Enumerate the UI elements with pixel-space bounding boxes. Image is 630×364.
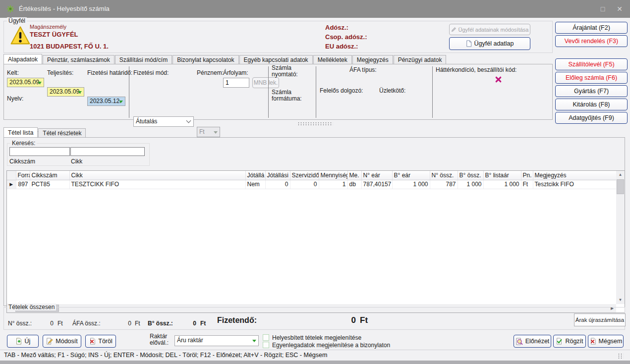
modosit-button[interactable]: Módosít [43, 335, 81, 348]
cell-netto-egysegar[interactable]: 787,40157 [361, 180, 392, 189]
cell-jotallas[interactable]: Nem [245, 180, 265, 189]
tab-penzugyi-adatok[interactable]: Pénzügyi adatok [394, 55, 447, 64]
fizetesi-hatarido-datepicker[interactable]: 2023.05.12. [87, 97, 125, 106]
clear-x-icon[interactable] [495, 76, 502, 83]
customer-datasheet-button[interactable]: Ügyfél adatlap [449, 37, 530, 50]
col-forras[interactable]: Forrás [16, 171, 30, 180]
cell-forras[interactable]: 897 [16, 180, 30, 189]
col-jotallasi-ido[interactable]: Jótállási idő ( [265, 171, 290, 180]
brutto-unit: Ft [200, 320, 206, 327]
scroll-up-icon[interactable]: ▲ [616, 171, 625, 179]
elonezet-button[interactable]: Előnézet [514, 335, 551, 348]
teljesites-datepicker[interactable]: 2023.05.09. [47, 87, 84, 97]
search-col1-label: Cikkszám [9, 158, 35, 165]
arak-ujraszamitasa-button[interactable]: Árak újraszámítása [574, 313, 626, 326]
raktar-select[interactable]: Áru raktár [174, 335, 259, 346]
kitarolas-button[interactable]: Kitárolás (F8) [555, 99, 628, 110]
cell-brutto-listaar[interactable]: 1 000 [483, 180, 521, 189]
col-brutto-listaar[interactable]: B° listaár [483, 171, 521, 180]
items-grid: Forrás Cikkszám Cikk Jótállá Jótállási i… [6, 170, 625, 313]
col-szervizido[interactable]: Szervizidő (h [290, 171, 319, 180]
window-title: Értékesítés - Helyesbítő számla [19, 0, 110, 18]
cell-szervizido[interactable]: 0 [290, 180, 319, 189]
resize-grip[interactable] [618, 353, 624, 359]
document-icon [466, 40, 472, 47]
afa-osszesen-value: 0 [109, 320, 131, 327]
form-divider [129, 66, 129, 118]
helyesbitett-checkbox[interactable] [263, 334, 269, 341]
search-cikkszam-input[interactable] [9, 147, 70, 156]
col-cikkszam[interactable]: Cikkszám [30, 171, 69, 180]
egyenlegadatok-checkbox-label[interactable]: Egyenlegadatok megjelenítése a bizonylat… [272, 342, 390, 349]
cell-brutto-egysegar[interactable]: 1 000 [392, 180, 430, 189]
dropdown-arrow-icon[interactable] [38, 82, 42, 84]
cell-me[interactable]: db [347, 180, 361, 189]
tab-mellekletek[interactable]: Mellékletek [313, 55, 352, 64]
fizetendo-unit: Ft [360, 315, 368, 325]
fizetendo-value: 0 [316, 315, 356, 325]
mnb-lekerdezes-button[interactable]: MNB lek. [252, 77, 279, 88]
col-me[interactable]: Me. [347, 171, 361, 180]
col-brutto-osszesen[interactable]: B° össz. [458, 171, 483, 180]
vertical-scroll-thumb[interactable] [617, 179, 624, 194]
chevron-down-icon[interactable] [186, 118, 191, 123]
row-selector-icon[interactable]: ▶ [7, 180, 16, 189]
items-table: Forrás Cikkszám Cikk Jótállá Jótállási i… [7, 171, 617, 189]
cell-brutto-osszesen[interactable]: 1 000 [458, 180, 483, 189]
col-brutto-egysegar[interactable]: B° eár [392, 171, 430, 180]
megsem-button[interactable]: Mégsem [588, 335, 624, 348]
afa-osszesen-label: ÁFA össz.: [72, 320, 101, 327]
kelt-datepicker[interactable]: 2023.05.09. [7, 78, 44, 87]
tab-bizonylat-kapcsolatok[interactable]: Bizonylat kapcsolatok [172, 55, 238, 64]
close-button[interactable]: ✕ [612, 3, 627, 14]
gyartas-button[interactable]: Gyártás (F7) [555, 85, 628, 97]
tab-tetel-lista[interactable]: Tétel lista [3, 127, 38, 137]
tab-tetel-reszletek[interactable]: Tétel részletek [38, 128, 86, 137]
col-jotallas[interactable]: Jótállá [245, 171, 265, 180]
dropdown-arrow-icon[interactable] [252, 340, 256, 342]
nyelv-label: Nyelv: [7, 95, 23, 102]
tab-egyeb-kapcsolati-adatok[interactable]: Egyéb kapcsolati adatok [239, 55, 313, 64]
cell-jotallasi-ido[interactable]: 0 [265, 180, 290, 189]
cancel-x-icon [589, 338, 596, 345]
tab-penztar-szamlaszamok[interactable]: Pénztár, számlaszámok [43, 55, 115, 64]
torol-button[interactable]: Töröl [85, 335, 116, 348]
splitter-handle[interactable] [297, 122, 333, 125]
tab-alapadatok[interactable]: Alapadatok [3, 54, 42, 64]
col-mennyiseg[interactable]: Mennyiség [319, 171, 347, 180]
cell-mennyiseg[interactable]: 1 [319, 180, 347, 189]
helyesbitett-checkbox-label[interactable]: Helyesbített tételek megjelenítése [272, 334, 361, 341]
cell-megjegyzes[interactable]: Tesztcikk FIFO [533, 180, 616, 189]
dropdown-arrow-icon[interactable] [119, 101, 123, 103]
col-netto-egysegar[interactable]: N° eár [361, 171, 392, 180]
maximize-button[interactable]: □ [595, 3, 610, 14]
arfolyam-input[interactable] [223, 78, 249, 88]
tab-szallitasi-mod-cim[interactable]: Szállítási mód/cím [115, 55, 172, 64]
cell-cikkszam[interactable]: PCT85 [30, 180, 69, 189]
table-row[interactable]: ▶ 897 PCT85 TESZTCIKK FIFO Nem 0 0 1 db … [7, 180, 616, 189]
rogzit-button[interactable]: Rögzít [553, 335, 586, 348]
cell-cikk[interactable]: TESZTCIKK FIFO [69, 180, 245, 189]
tab-megjegyzes[interactable]: Megjegyzés [352, 55, 393, 64]
col-cikk[interactable]: Cikk [69, 171, 245, 180]
fizetesi-mod-select[interactable]: Átutalás [133, 116, 194, 127]
col-penznem[interactable]: Pn. [521, 171, 533, 180]
scroll-down-icon[interactable]: ▼ [616, 296, 625, 304]
szallitolevel-button[interactable]: Szállítólevél (F5) [555, 58, 628, 70]
search-cikk-input[interactable] [70, 147, 145, 156]
vertical-scrollbar[interactable]: ▲ ▼ [616, 171, 625, 304]
cell-netto-osszesen[interactable]: 787 [430, 180, 458, 189]
penznem-label: Pénznem: [197, 69, 224, 76]
arajanlat-button[interactable]: Árajánlat (F2) [555, 22, 628, 34]
szamla-formatum-label: Számla formátuma: [272, 89, 307, 102]
vevoi-rendeles-button[interactable]: Vevői rendelés (F3) [555, 35, 628, 47]
col-netto-osszesen[interactable]: N° össz. [430, 171, 458, 180]
customer-modify-button[interactable]: Ügyfél adatainak módosítása [449, 24, 530, 35]
uj-button[interactable]: Új [7, 335, 39, 348]
dropdown-arrow-icon[interactable] [78, 91, 82, 94]
egyenlegadatok-checkbox[interactable] [263, 342, 269, 348]
adatgyujtes-button[interactable]: Adatgyűjtés (F9) [555, 112, 628, 124]
cell-penznem[interactable]: Ft [521, 180, 533, 189]
eloleg-szamla-button[interactable]: Előleg számla (F6) [555, 72, 628, 84]
col-megjegyzes[interactable]: Megjegyzés [533, 171, 616, 180]
